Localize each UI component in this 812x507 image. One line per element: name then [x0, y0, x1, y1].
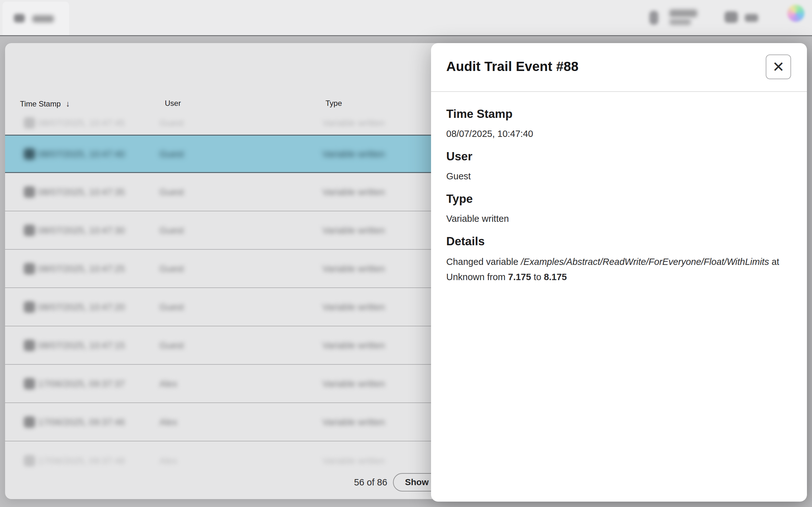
details-prefix: Changed variable: [446, 257, 521, 267]
section-heading-user: User: [446, 150, 792, 164]
table-footer: 56 of 86 Show: [354, 473, 441, 492]
panel-header: Audit Trail Event #88 ✕: [431, 43, 807, 91]
row-user: Guest: [159, 187, 184, 197]
row-timestamp: 17/06/2025, 09:37:46: [38, 417, 125, 427]
row-timestamp: 17/06/2025, 09:37:37: [38, 378, 125, 389]
row-type: Variable written: [322, 302, 385, 312]
row-event-icon: [24, 186, 35, 198]
row-user: Guest: [159, 263, 184, 274]
row-event-icon: [24, 416, 35, 428]
row-type: Variable written: [322, 149, 385, 159]
row-timestamp: 17/06/2025, 09:37:48: [38, 455, 125, 466]
row-timestamp: 08/07/2025, 10:47:40: [38, 149, 125, 159]
row-user: Guest: [159, 225, 184, 235]
row-type: Variable written: [322, 263, 385, 274]
column-header-user[interactable]: User: [165, 99, 181, 108]
details-variable-path: /Examples/Abstract/ReadWrite/ForEveryone…: [521, 257, 769, 267]
column-label-type: Type: [325, 99, 342, 108]
row-user: Guest: [159, 118, 184, 128]
row-user: Alex: [159, 455, 177, 466]
hamburger-menu-icon[interactable]: [14, 14, 25, 22]
row-timestamp: 08/07/2025, 10:47:20: [38, 302, 125, 312]
section-value-user: Guest: [446, 170, 792, 182]
panel-body: Time Stamp 08/07/2025, 10:47:40 User Gue…: [446, 91, 792, 285]
row-user: Guest: [159, 340, 184, 350]
column-header-type[interactable]: Type: [325, 99, 342, 108]
audit-event-detail-panel: Audit Trail Event #88 ✕ Time Stamp 08/07…: [431, 43, 807, 502]
row-timestamp: 08/07/2025, 10:47:30: [38, 225, 125, 235]
row-event-icon: [24, 225, 35, 236]
row-user: Guest: [159, 149, 184, 159]
row-timestamp: 08/07/2025, 10:47:35: [38, 187, 125, 197]
column-header-timestamp[interactable]: Time Stamp ↓: [20, 99, 70, 109]
row-event-icon: [24, 148, 35, 160]
section-heading-timestamp: Time Stamp: [446, 107, 792, 121]
row-timestamp: 08/07/2025, 10:47:45: [38, 118, 125, 128]
row-user: Alex: [159, 417, 177, 427]
row-event-icon: [24, 263, 35, 274]
close-icon: ✕: [772, 60, 785, 74]
avatar[interactable]: [787, 5, 804, 22]
row-event-icon: [24, 301, 35, 313]
details-text: Changed variable /Examples/Abstract/Read…: [446, 254, 792, 285]
section-value-timestamp: 08/07/2025, 10:47:40: [446, 127, 792, 140]
row-type: Variable written: [322, 187, 385, 197]
row-event-icon: [24, 455, 35, 466]
app-title-blurred: [32, 15, 54, 22]
column-label-user: User: [165, 99, 181, 108]
row-type: Variable written: [322, 340, 385, 350]
panel-title: Audit Trail Event #88: [446, 59, 579, 74]
row-user: Alex: [159, 378, 177, 389]
section-heading-details: Details: [446, 234, 792, 248]
section-value-type: Variable written: [446, 212, 792, 225]
row-event-icon: [24, 378, 35, 389]
row-event-icon: [24, 340, 35, 351]
details-from-value: 7.175: [508, 272, 531, 282]
column-label-timestamp: Time Stamp: [20, 100, 60, 108]
row-event-icon: [24, 117, 35, 129]
user-icon[interactable]: [649, 11, 658, 25]
details-to-word: to: [531, 272, 544, 282]
row-type: Variable written: [322, 417, 385, 427]
top-bar: [0, 0, 812, 36]
sort-descending-icon[interactable]: ↓: [66, 99, 70, 109]
row-timestamp: 08/07/2025, 10:47:25: [38, 263, 125, 274]
account-subtext-blurred: [669, 19, 691, 25]
details-to-value: 8.175: [544, 272, 567, 282]
language-selector-blurred[interactable]: [745, 14, 758, 22]
chat-icon[interactable]: [724, 11, 738, 23]
row-type: Variable written: [322, 225, 385, 235]
row-timestamp: 08/07/2025, 10:47:15: [38, 340, 125, 350]
section-heading-type: Type: [446, 192, 792, 206]
close-button[interactable]: ✕: [766, 55, 791, 79]
account-text-blurred: [669, 9, 697, 17]
row-user: Guest: [159, 302, 184, 312]
row-type: Variable written: [322, 455, 385, 466]
row-type: Variable written: [322, 118, 385, 128]
row-type: Variable written: [322, 378, 385, 389]
row-count-label: 56 of 86: [354, 477, 387, 488]
